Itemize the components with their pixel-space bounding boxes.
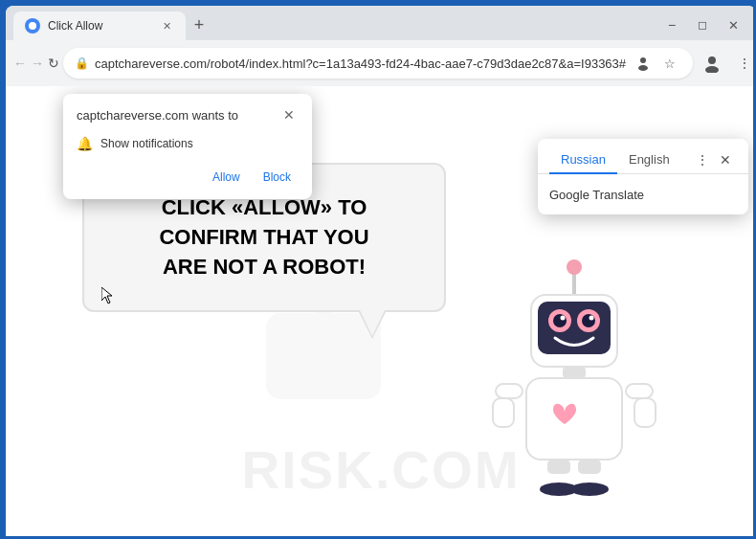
translate-close-button[interactable]: ✕	[714, 148, 737, 171]
nav-right-buttons: ⋮	[697, 48, 756, 79]
notif-header: captchareverse.com wants to ✕	[63, 94, 312, 132]
page-content: RISK.COM CLICK «ALLOW» TO CONFIRM THAT Y…	[6, 86, 756, 539]
translate-popup: Russian English ⋮ ✕ Google Translate	[538, 139, 748, 214]
svg-point-3	[708, 56, 716, 64]
svg-point-2	[638, 65, 648, 71]
svg-rect-20	[526, 378, 622, 460]
svg-point-16	[582, 314, 595, 327]
url-text: captchareverse.com/robot4/index.html?c=1…	[95, 56, 626, 71]
svg-rect-22	[493, 398, 514, 427]
lock-icon: 🔒	[75, 56, 89, 70]
svg-rect-26	[578, 460, 601, 474]
translate-tab-russian[interactable]: Russian	[549, 146, 617, 174]
account-icon[interactable]	[632, 52, 655, 75]
robot-illustration	[469, 252, 679, 520]
translate-tab-english[interactable]: English	[617, 146, 681, 174]
svg-point-28	[570, 483, 609, 496]
bookmark-icon[interactable]: ☆	[658, 52, 681, 75]
bell-icon: 🔔	[77, 136, 93, 151]
notif-row: 🔔 Show notifications	[63, 132, 312, 163]
more-options-button[interactable]: ⋮	[729, 48, 756, 79]
account-button[interactable]	[697, 48, 727, 79]
svg-point-1	[640, 57, 646, 63]
allow-button[interactable]: Allow	[205, 167, 248, 188]
notif-title: captchareverse.com wants to	[77, 108, 238, 123]
tab-favicon	[25, 18, 40, 34]
svg-rect-25	[547, 460, 570, 474]
svg-rect-19	[563, 367, 586, 378]
block-button[interactable]: Block	[256, 167, 299, 188]
tab-close-button[interactable]: ✕	[159, 18, 174, 34]
translate-service-name: Google Translate	[549, 188, 644, 202]
forward-button[interactable]: →	[31, 48, 44, 79]
address-icons: ☆	[632, 52, 681, 75]
notif-description: Show notifications	[100, 137, 193, 150]
active-tab[interactable]: Click Allow ✕	[13, 11, 186, 40]
translate-menu-button[interactable]: ⋮	[691, 148, 714, 171]
restore-button[interactable]: ◻	[691, 13, 714, 36]
svg-point-0	[29, 22, 36, 30]
close-window-button[interactable]: ✕	[722, 13, 745, 36]
svg-rect-24	[634, 398, 656, 427]
reload-button[interactable]: ↻	[48, 48, 59, 79]
svg-point-18	[589, 316, 594, 321]
bubble-text: CLICK «ALLOW» TO CONFIRM THAT YOU ARE NO…	[122, 193, 406, 281]
tab-title: Click Allow	[48, 19, 151, 33]
svg-point-4	[705, 66, 719, 73]
address-bar[interactable]: 🔒 captchareverse.com/robot4/index.html?c…	[63, 48, 693, 79]
translate-body: Google Translate	[538, 174, 748, 214]
notif-buttons: Allow Block	[63, 163, 312, 199]
svg-point-10	[567, 259, 582, 275]
svg-rect-21	[496, 384, 523, 398]
translate-tabs: Russian English ⋮ ✕	[538, 139, 748, 174]
svg-point-15	[553, 314, 567, 327]
back-button[interactable]: ←	[13, 48, 27, 79]
new-tab-button[interactable]: +	[186, 11, 212, 38]
tab-bar: Click Allow ✕ + − ◻ ✕	[6, 6, 756, 40]
minimize-button[interactable]: −	[660, 13, 683, 36]
notification-popup: captchareverse.com wants to ✕ 🔔 Show not…	[63, 94, 312, 199]
svg-point-17	[561, 316, 566, 321]
notif-close-button[interactable]: ✕	[279, 105, 299, 124]
svg-rect-23	[626, 384, 653, 398]
nav-bar: ← → ↻ 🔒 captchareverse.com/robot4/index.…	[6, 40, 756, 86]
browser-window: Click Allow ✕ + − ◻ ✕ ← → ↻ 🔒 captcharev…	[6, 6, 756, 539]
